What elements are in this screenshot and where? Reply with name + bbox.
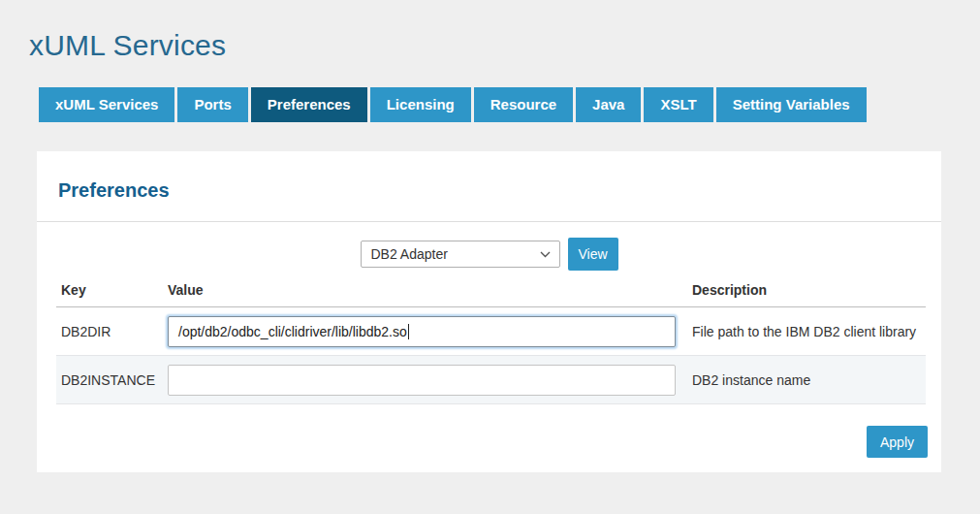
tab-setting-variables[interactable]: Setting Variables [716, 87, 867, 122]
panel-divider [37, 221, 941, 222]
column-header-description: Description [692, 282, 926, 298]
table-header-row: Key Value Description [56, 271, 926, 307]
tab-licensing[interactable]: Licensing [370, 87, 471, 122]
row-key-label: DB2INSTANCE [56, 372, 168, 388]
tab-xuml-services[interactable]: xUML Services [39, 87, 174, 122]
db2instance-value-input[interactable] [168, 365, 676, 396]
page-title: xUML Services [29, 29, 226, 62]
table-row-db2instance: DB2INSTANCE DB2 instance name [56, 356, 926, 404]
apply-row: Apply [37, 426, 928, 458]
tab-bar: xUML Services Ports Preferences Licensin… [39, 87, 867, 122]
row-description: DB2 instance name [692, 372, 926, 388]
adapter-select-value: DB2 Adapter [371, 246, 448, 262]
adapter-toolbar: DB2 Adapter View [37, 238, 941, 271]
column-header-value: Value [168, 282, 692, 298]
tab-java[interactable]: Java [576, 87, 641, 122]
row-description: File path to the IBM DB2 client library [692, 324, 926, 339]
table-row-db2dir: DB2DIR /opt/db2/odbc_cli/clidriver/lib/l… [56, 307, 926, 356]
tab-ports[interactable]: Ports [177, 87, 247, 122]
preferences-table: Key Value Description DB2DIR /opt/db2/od… [56, 271, 926, 404]
tab-resource[interactable]: Resource [474, 87, 573, 122]
apply-button[interactable]: Apply [867, 426, 928, 458]
db2dir-value-text: /opt/db2/odbc_cli/clidriver/lib/libdb2.s… [178, 324, 407, 339]
tab-preferences[interactable]: Preferences [251, 87, 367, 122]
text-caret [408, 324, 409, 339]
chevron-down-icon [540, 251, 551, 258]
tab-xslt[interactable]: XSLT [644, 87, 712, 122]
preferences-panel: Preferences DB2 Adapter View Key Value D… [37, 151, 941, 472]
db2dir-value-input[interactable]: /opt/db2/odbc_cli/clidriver/lib/libdb2.s… [168, 316, 676, 347]
column-header-key: Key [56, 282, 168, 298]
view-button[interactable]: View [568, 238, 618, 271]
panel-heading: Preferences [58, 178, 920, 202]
adapter-select[interactable]: DB2 Adapter [361, 241, 560, 268]
row-key-label: DB2DIR [56, 324, 168, 339]
